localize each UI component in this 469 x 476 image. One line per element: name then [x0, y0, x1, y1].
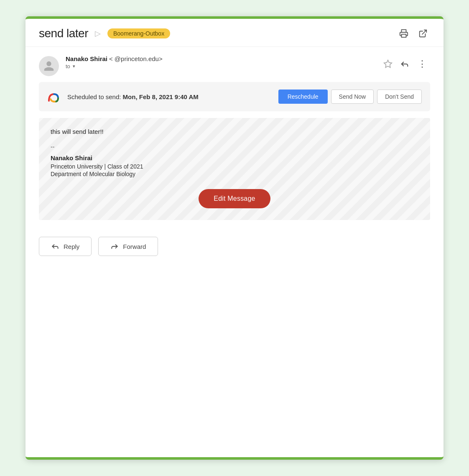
forward-button[interactable]: Forward [98, 237, 158, 256]
edit-message-button[interactable]: Edit Message [199, 189, 270, 208]
reply-arrow-icon [51, 242, 59, 251]
forward-arrow-icon [110, 242, 119, 251]
sender-email: @princeton.edu> [115, 55, 163, 62]
reply-button[interactable]: Reply [39, 237, 92, 256]
sender-actions: ⋮ [382, 55, 430, 71]
boomerang-arc-icon [47, 91, 61, 102]
email-message: this will send later!! [51, 128, 418, 135]
dont-send-button[interactable]: Don't Send [377, 90, 422, 104]
signature-name: Nanako Shirai [51, 154, 418, 161]
boomerang-logo [47, 91, 61, 102]
avatar [39, 56, 59, 76]
signature-line1: Princeton University | Class of 2021 [51, 163, 418, 170]
email-window: send later ▷ Boomerang-Outbox [25, 16, 444, 460]
reschedule-button[interactable]: Reschedule [278, 90, 328, 104]
signature-separator: -- [51, 143, 418, 150]
svg-line-1 [422, 30, 426, 34]
reply-icon [400, 59, 409, 69]
sender-row: Nanako Shirai < @princeton.edu> to ▾ [25, 47, 444, 82]
svg-marker-2 [384, 60, 392, 67]
print-icon [399, 29, 408, 38]
send-now-button[interactable]: Send Now [331, 90, 374, 104]
to-dropdown-arrow[interactable]: ▾ [73, 64, 75, 69]
email-body-wrapper: this will send later!! -- Nanako Shirai … [39, 118, 430, 220]
star-button[interactable] [382, 58, 394, 70]
star-icon [383, 59, 393, 69]
header-arrow-icon: ▷ [95, 29, 101, 38]
header-bar: send later ▷ Boomerang-Outbox [25, 19, 444, 47]
sender-bracket: < [109, 55, 113, 62]
sender-info: Nanako Shirai < @princeton.edu> to ▾ [66, 55, 375, 69]
scheduled-text: Scheduled to send: Mon, Feb 8, 2021 9:40… [67, 93, 199, 100]
forward-label: Forward [123, 243, 146, 250]
avatar-person-icon [43, 60, 55, 72]
reply-header-button[interactable] [398, 58, 411, 70]
signature-line2: Department of Molecular Biology [51, 171, 418, 177]
scheduled-date: Mon, Feb 8, 2021 9:40 AM [123, 93, 199, 100]
print-button[interactable] [397, 26, 411, 41]
scheduled-banner: Scheduled to send: Mon, Feb 8, 2021 9:40… [39, 82, 430, 111]
more-options-button[interactable]: ⋮ [415, 57, 430, 71]
app-title: send later [39, 27, 88, 40]
outbox-badge: Boomerang-Outbox [107, 28, 170, 38]
email-body-content: this will send later!! -- Nanako Shirai … [51, 128, 418, 208]
open-external-button[interactable] [416, 26, 430, 41]
reply-forward-row: Reply Forward [25, 230, 444, 269]
reply-label: Reply [64, 243, 79, 250]
to-label: to [66, 63, 70, 69]
sender-name: Nanako Shirai [66, 55, 107, 62]
svg-rect-0 [402, 34, 406, 37]
external-link-icon [418, 29, 428, 38]
scheduled-buttons: Reschedule Send Now Don't Send [278, 90, 422, 104]
edit-message-row: Edit Message [51, 189, 418, 208]
